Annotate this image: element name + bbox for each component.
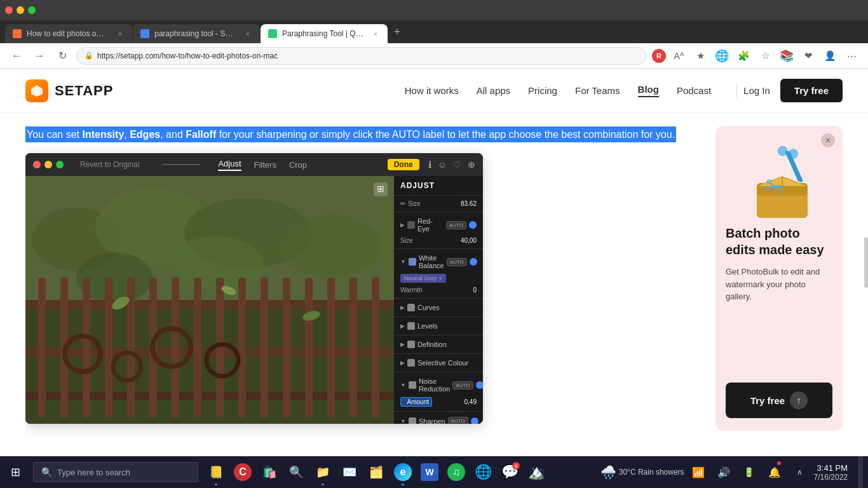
noise-reduction-title: ▼ Noise Reduction AUTO bbox=[394, 375, 483, 395]
intensity-label: Intensity bbox=[82, 129, 124, 140]
setapp-navbar: SETAPP How it works All apps Pricing For… bbox=[0, 69, 868, 113]
noise-amount-row: Amount 0,49 bbox=[394, 395, 483, 409]
setapp-logo[interactable]: SETAPP bbox=[25, 79, 113, 102]
login-button[interactable]: Log In bbox=[743, 85, 770, 96]
neutral-grey-select[interactable]: Neutral Grey▾ bbox=[400, 274, 446, 283]
notification-icon[interactable]: 🔔 bbox=[763, 456, 786, 488]
nav-blog[interactable]: Blog bbox=[638, 84, 659, 97]
ad-try-free-button[interactable]: Try free ↑ bbox=[726, 383, 832, 418]
try-free-button[interactable]: Try free bbox=[780, 79, 843, 102]
tab-favicon-1 bbox=[13, 29, 22, 38]
wifi-icon[interactable]: 📶 bbox=[687, 456, 710, 488]
battery-icon[interactable]: 🔋 bbox=[738, 456, 761, 488]
taskbar-icon-edge[interactable]: e bbox=[390, 456, 416, 488]
browser-icon-1[interactable]: 🌐 bbox=[713, 47, 731, 65]
browser-menu-button[interactable]: ⋯ bbox=[843, 47, 860, 65]
browser-tab-3[interactable]: Paraphrasing Tool | QuillBot AI × bbox=[261, 24, 388, 43]
url-text: https://setapp.com/how-to/how-to-edit-ph… bbox=[97, 51, 278, 60]
mac-icon-3[interactable]: ♡ bbox=[453, 159, 461, 170]
taskbar-icon-sticky[interactable]: 📒 bbox=[203, 456, 229, 488]
edge-icon: e bbox=[394, 463, 412, 481]
browser-icon-4[interactable]: 📚 bbox=[778, 47, 796, 65]
main-body: You can set Intensity, Edges, and Fallof… bbox=[0, 113, 868, 456]
taskbar-right: 🌧️ 30°C Rain showers 📶 🔊 🔋 🔔 ∧ 3:41 PM 7… bbox=[600, 456, 868, 488]
mac-maximize-btn[interactable] bbox=[56, 161, 64, 168]
weather-area[interactable]: 🌧️ 30°C Rain showers bbox=[600, 464, 684, 480]
volume-icon[interactable]: 🔊 bbox=[712, 456, 735, 488]
page-content: SETAPP How it works All apps Pricing For… bbox=[0, 69, 868, 456]
taskbar-icon-widgets[interactable]: 🗂️ bbox=[363, 456, 389, 488]
taskbar-icon-spotify[interactable]: ♫ bbox=[444, 456, 469, 488]
taskbar-icon-word[interactable]: W bbox=[417, 456, 442, 488]
mac-icon-2[interactable]: ☺ bbox=[438, 159, 447, 170]
nav-podcast[interactable]: Podcast bbox=[677, 85, 711, 96]
taskbar-icon-mail[interactable]: ✉️ bbox=[337, 456, 362, 488]
mac-icon-4[interactable]: ⊕ bbox=[468, 159, 475, 170]
revert-label[interactable]: Revert to Original bbox=[80, 160, 139, 169]
tab-label-2: paraphrasing tool - Search bbox=[154, 29, 236, 38]
amount-label-input[interactable]: Amount bbox=[400, 397, 432, 407]
browser-tab-2[interactable]: paraphrasing tool - Search × bbox=[133, 24, 260, 43]
taskbar-search-box[interactable]: 🔍 Type here to search bbox=[33, 462, 198, 482]
tab-close-3[interactable]: × bbox=[371, 29, 380, 38]
taskbar-icon-cortana[interactable]: C bbox=[230, 456, 255, 488]
taskbar-icon-chrome[interactable]: 🌐 bbox=[470, 456, 496, 488]
mac-done-btn[interactable]: Done bbox=[388, 159, 419, 170]
browser-icon-5[interactable]: ❤ bbox=[799, 47, 817, 65]
forward-button[interactable]: → bbox=[31, 47, 48, 65]
taskbar-icon-files[interactable]: 📁 bbox=[310, 456, 336, 488]
mail-icon: ✉️ bbox=[341, 463, 358, 481]
extensions-icon[interactable]: R bbox=[652, 49, 666, 63]
nav-for-teams[interactable]: For Teams bbox=[575, 85, 620, 96]
browser-icon-2[interactable]: 🧩 bbox=[735, 47, 752, 65]
back-button[interactable]: ← bbox=[8, 47, 25, 65]
read-mode-icon[interactable]: Aᴬ bbox=[670, 47, 688, 65]
browser-icon-6[interactable]: 👤 bbox=[821, 47, 839, 65]
selective-colour-title: ▶ Selective Colour bbox=[394, 356, 483, 369]
scrollbar-indicator[interactable] bbox=[864, 237, 868, 288]
window-minimize-btn[interactable] bbox=[17, 6, 24, 14]
current-date: 7/16/2022 bbox=[814, 473, 848, 482]
address-bar: ← → ↻ 🔒 https://setapp.com/how-to/how-to… bbox=[0, 43, 868, 69]
tray-clock[interactable]: 3:41 PM 7/16/2022 bbox=[814, 463, 853, 482]
browser-tab-1[interactable]: How to edit photos on Mac 202... × bbox=[5, 24, 132, 43]
window-close-btn[interactable] bbox=[5, 6, 13, 14]
mac-tab-crop[interactable]: Crop bbox=[289, 160, 307, 170]
taskbar-icon-store[interactable]: 🛍️ bbox=[257, 456, 282, 488]
mac-icon-1[interactable]: ℹ bbox=[428, 159, 431, 170]
tab-favicon-2 bbox=[140, 29, 149, 38]
mac-minimize-btn[interactable] bbox=[44, 161, 52, 168]
tab-close-1[interactable]: × bbox=[116, 29, 125, 38]
show-desktop-button[interactable] bbox=[858, 456, 863, 488]
browser-tabs-bar: How to edit photos on Mac 202... × parap… bbox=[0, 20, 868, 43]
window-controls bbox=[5, 6, 36, 14]
adjust-title: ADJUST bbox=[394, 176, 483, 195]
taskbar-icon-photos[interactable]: 🏔️ bbox=[524, 456, 549, 488]
ad-arrow-icon: ↑ bbox=[790, 391, 808, 409]
chevron-icon[interactable]: ∧ bbox=[789, 456, 811, 488]
messenger-badge: 8 bbox=[512, 462, 520, 470]
section-size: ✏ Size 83.62 bbox=[394, 195, 483, 212]
nav-all-apps[interactable]: All apps bbox=[477, 85, 510, 96]
nav-how-it-works[interactable]: How it works bbox=[405, 85, 459, 96]
window-maximize-btn[interactable] bbox=[28, 6, 36, 14]
size-value: 83.62 bbox=[461, 200, 477, 207]
start-button[interactable]: ⊞ bbox=[0, 456, 31, 488]
reload-button[interactable]: ↻ bbox=[53, 47, 71, 65]
taskbar-icon-messenger[interactable]: 💬 8 bbox=[497, 456, 522, 488]
favorites-icon[interactable]: ★ bbox=[691, 47, 709, 65]
mac-tab-adjust[interactable]: Adjust bbox=[218, 159, 241, 171]
tab-close-2[interactable]: × bbox=[243, 29, 252, 38]
mac-titlebar: Revert to Original Adjust Filters Crop D… bbox=[25, 153, 483, 176]
article-paragraph: You can set Intensity, Edges, and Fallof… bbox=[25, 126, 696, 143]
mac-tab-filters[interactable]: Filters bbox=[254, 160, 276, 170]
browser-titlebar bbox=[0, 0, 868, 20]
taskbar-icon-search[interactable]: 🔍 bbox=[283, 456, 309, 488]
url-input[interactable]: 🔒 https://setapp.com/how-to/how-to-edit-… bbox=[76, 47, 647, 65]
mac-close-btn[interactable] bbox=[33, 161, 41, 168]
size-label: Size bbox=[408, 200, 420, 207]
browser-icon-3[interactable]: ☆ bbox=[756, 47, 774, 65]
nav-pricing[interactable]: Pricing bbox=[528, 85, 557, 96]
new-tab-button[interactable]: + bbox=[388, 23, 406, 41]
mac-icon-bar: ℹ ☺ ♡ ⊕ bbox=[428, 159, 475, 170]
